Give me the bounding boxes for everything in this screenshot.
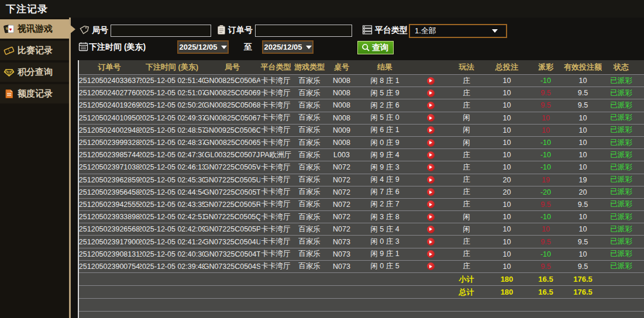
cell-valid-bet: 9.5 <box>564 261 602 272</box>
play-video-icon[interactable] <box>427 114 435 122</box>
query-button[interactable]: 查询 <box>357 41 394 54</box>
query-button-label: 查询 <box>372 43 388 53</box>
empty-cell <box>328 273 356 285</box>
play-video-icon[interactable] <box>427 151 435 159</box>
cell-status: 已派彩 <box>602 186 640 198</box>
play-video-icon[interactable] <box>427 139 435 147</box>
cell-payout: -10 <box>528 149 564 161</box>
cell-platform-type: 卡卡湾厅 <box>260 125 291 136</box>
cell-total-bet: 10 <box>486 199 528 210</box>
cell-round-number: GN07225C0505P <box>204 223 260 235</box>
sidebar-item-points-query[interactable]: 积分查询 <box>0 63 69 82</box>
cell-bet-type: 庄 <box>447 261 486 272</box>
cell-payout: 9.5 <box>528 199 564 210</box>
cell-bet-type: 闲 <box>447 211 486 223</box>
cell-status: 已派彩 <box>602 199 640 210</box>
play-video-icon[interactable] <box>427 213 435 221</box>
cell-table-number: N072 <box>328 161 356 173</box>
cell-order-number: 251205024019269 <box>79 99 140 111</box>
cell-total-bet: 10 <box>486 112 528 124</box>
cell-round-number: GN07225C0505U <box>204 174 260 186</box>
cell-result: 闲 9 庄 4 <box>356 149 447 161</box>
empty-cell <box>260 286 291 298</box>
empty-cell <box>356 286 447 298</box>
column-header: 游戏类型 <box>291 60 328 74</box>
empty-cell <box>140 286 204 298</box>
column-header: 订单号 <box>79 60 140 74</box>
cell-order-number: 251205024010950 <box>79 112 140 124</box>
sidebar-item-label: 积分查询 <box>18 67 53 78</box>
cell-valid-bet: 9.5 <box>564 236 602 247</box>
clipped-column <box>640 286 644 298</box>
play-video-icon[interactable] <box>427 250 435 258</box>
cell-round-number: GN07325C0504T <box>204 248 260 260</box>
play-video-icon[interactable] <box>427 102 435 109</box>
clipped-column <box>640 161 644 173</box>
page-title: 下注记录 <box>0 2 48 16</box>
sidebar-item-label: 额度记录 <box>18 88 53 99</box>
cell-bet-type: 庄 <box>447 149 486 161</box>
table-row: 2512050239710382025-12-05 02:46:13GN0722… <box>79 161 644 174</box>
round-number-input[interactable] <box>111 25 211 37</box>
cell-order-number: 251205024033637 <box>79 75 140 87</box>
play-slot <box>414 226 447 233</box>
cell-platform-type: 卡卡湾厅 <box>260 99 291 111</box>
chevron-down-icon <box>492 29 498 33</box>
cell-status: 已派彩 <box>602 125 640 136</box>
cell-result: 闲 0 庄 3 <box>356 236 447 247</box>
table-row: 2512050239179002025-12-05 02:41:24GN0732… <box>79 236 644 248</box>
svg-text:♥: ♥ <box>9 27 12 32</box>
sidebar-item-quota-records[interactable]: 额度记录 <box>0 84 69 103</box>
cell-total-bet: 10 <box>486 137 528 148</box>
sidebar-item-label: 视讯游戏 <box>18 23 53 34</box>
cell-payout: -10 <box>528 161 564 173</box>
cell-result: 闲 5 庄 0 <box>356 112 447 124</box>
play-video-icon[interactable] <box>427 262 435 270</box>
sidebar-item-video-games[interactable]: 9 ♥ 视讯游戏 <box>0 19 69 39</box>
empty-cell <box>328 286 356 298</box>
cell-valid-bet: 9.5 <box>564 87 602 99</box>
cell-status: 已派彩 <box>602 236 640 247</box>
cell-bet-type: 庄 <box>447 236 486 247</box>
empty-cell <box>79 286 140 298</box>
cell-total-bet: 10 <box>486 99 528 111</box>
cell-platform-type: 卡卡湾厅 <box>260 248 291 260</box>
cell-valid-bet: 10 <box>564 137 602 148</box>
play-video-icon[interactable] <box>427 164 435 171</box>
date-from-picker[interactable]: 2025/12/05 <box>177 40 229 54</box>
table-row: 2512050239564582025-12-05 02:44:54GN0722… <box>79 186 644 199</box>
cell-game-type: 百家乐 <box>291 236 328 247</box>
clipped-column <box>640 125 644 136</box>
play-video-icon[interactable] <box>427 176 435 184</box>
order-number-input[interactable] <box>255 25 352 37</box>
subtotal-row-total-bet: 180 <box>486 273 528 285</box>
platform-type-select[interactable]: 1.全部 <box>409 24 507 38</box>
play-video-icon[interactable] <box>427 201 435 208</box>
table-row: 2512050239007542025-12-05 02:39:48GN0732… <box>79 261 644 273</box>
cell-order-number: 251205023971038 <box>79 161 140 173</box>
cell-game-type: 百家乐 <box>291 125 328 136</box>
cell-platform-type: 卡卡湾厅 <box>260 75 291 87</box>
cell-payout: 9.5 <box>528 236 564 247</box>
cell-result: 闲 0 庄 5 <box>356 261 447 272</box>
cell-table-number: N008 <box>328 75 356 87</box>
clipboard-icon <box>216 25 226 37</box>
sidebar-item-match-records[interactable]: 比赛记录 <box>0 41 69 60</box>
column-header-label: 结果 <box>356 62 414 72</box>
date-to-picker[interactable]: 2025/12/05 <box>262 40 314 54</box>
result-text: 闲 0 庄 9 <box>356 138 414 148</box>
play-video-icon[interactable] <box>427 89 435 97</box>
cell-platform-type: 卡卡湾厅 <box>260 161 291 173</box>
date-to-value: 2025/12/05 <box>264 43 302 51</box>
play-video-icon[interactable] <box>427 188 435 196</box>
result-text: 闲 4 庄 9 <box>356 175 414 185</box>
chevron-down-icon <box>221 46 227 49</box>
empty-cell <box>356 273 447 285</box>
play-video-icon[interactable] <box>427 238 435 246</box>
play-video-icon[interactable] <box>427 126 435 134</box>
document-icon <box>0 89 18 99</box>
cell-valid-bet: 10 <box>564 211 602 223</box>
play-video-icon[interactable] <box>427 77 435 85</box>
play-video-icon[interactable] <box>427 226 435 233</box>
table-row: 2512050240336372025-12-05 02:51:40GN0082… <box>79 75 644 87</box>
